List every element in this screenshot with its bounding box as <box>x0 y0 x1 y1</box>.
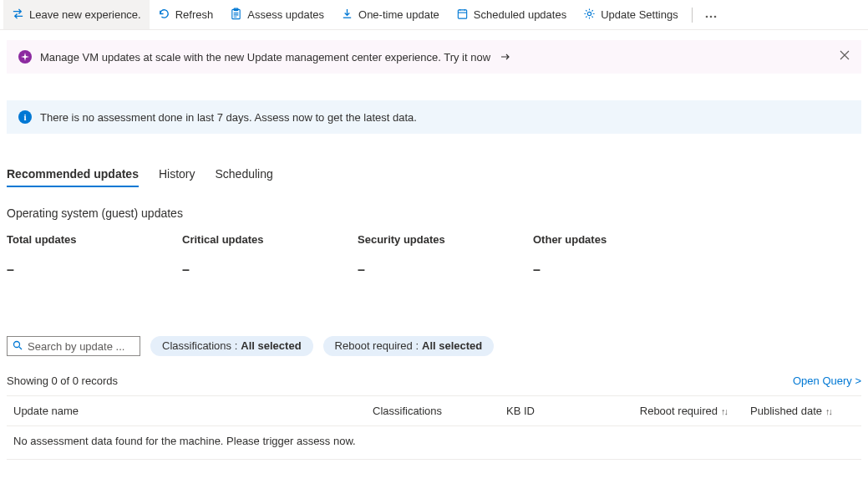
svg-point-6 <box>713 16 716 18</box>
toolbar-label: Update Settings <box>601 8 678 21</box>
records-summary: Showing 0 of 0 records Open Query > <box>7 374 861 387</box>
records-showing: Showing 0 of 0 records <box>7 374 118 387</box>
col-classifications[interactable]: Classifications <box>366 405 500 417</box>
toolbar-separator <box>692 8 693 23</box>
clipboard-icon <box>230 8 242 23</box>
reboot-required-filter[interactable]: Reboot required : All selected <box>323 336 495 356</box>
gear-icon <box>583 8 596 23</box>
pill-value: All selected <box>241 336 301 356</box>
info-text: There is no assessment done in last 7 da… <box>40 111 417 124</box>
stat-security: Security updates – <box>358 233 533 278</box>
one-time-update-button[interactable]: One-time update <box>332 0 448 29</box>
col-kb-id[interactable]: KB ID <box>500 405 617 417</box>
stat-other: Other updates – <box>533 233 708 278</box>
svg-point-5 <box>709 16 712 18</box>
svg-point-4 <box>705 16 708 18</box>
download-icon <box>341 8 353 23</box>
calendar-icon <box>456 8 469 23</box>
stat-label: Other updates <box>533 233 708 246</box>
toolbar-label: Refresh <box>175 8 214 21</box>
scheduled-updates-button[interactable]: Scheduled updates <box>448 0 575 29</box>
swap-icon <box>12 8 24 23</box>
promo-banner: Manage VM updates at scale with the new … <box>7 40 861 74</box>
classifications-filter[interactable]: Classifications : All selected <box>150 336 313 356</box>
table-empty-row: No assessment data found for the machine… <box>7 426 861 460</box>
filter-row: Classifications : All selected Reboot re… <box>7 336 861 356</box>
toolbar-label: One-time update <box>358 8 439 21</box>
table-header: Update name Classifications KB ID Reboot… <box>7 395 861 426</box>
stat-label: Total updates <box>7 233 182 246</box>
open-query-link[interactable]: Open Query > <box>793 374 861 387</box>
toolbar-label: Assess updates <box>247 8 324 21</box>
stat-total: Total updates – <box>7 233 182 278</box>
toolbar-label: Scheduled updates <box>474 8 566 21</box>
close-banner-button[interactable] <box>840 50 850 63</box>
col-reboot-required[interactable]: Reboot required ↑↓ <box>617 405 733 417</box>
search-icon <box>13 340 23 353</box>
refresh-button[interactable]: Refresh <box>150 0 222 29</box>
section-heading: Operating system (guest) updates <box>7 206 861 220</box>
stat-critical: Critical updates – <box>182 233 358 278</box>
sort-icon: ↑↓ <box>825 406 831 416</box>
arrow-right-icon[interactable] <box>500 53 510 61</box>
stat-value: – <box>533 262 708 278</box>
tab-recommended[interactable]: Recommended updates <box>7 162 139 187</box>
col-update-name[interactable]: Update name <box>7 405 366 417</box>
pill-label: Reboot required : <box>335 336 419 356</box>
more-icon <box>705 8 717 21</box>
stat-label: Critical updates <box>182 233 358 246</box>
toolbar-label: Leave new experience. <box>29 8 141 21</box>
search-input[interactable] <box>7 336 140 356</box>
info-icon: i <box>18 110 32 124</box>
stat-value: – <box>182 262 358 278</box>
stat-value: – <box>7 262 182 278</box>
tab-history[interactable]: History <box>159 162 195 187</box>
command-bar: Leave new experience. Refresh Assess upd… <box>0 0 868 30</box>
svg-point-7 <box>14 341 20 347</box>
promo-text: Manage VM updates at scale with the new … <box>40 51 490 64</box>
stats-row: Total updates – Critical updates – Secur… <box>7 233 861 278</box>
svg-point-3 <box>588 12 591 15</box>
tab-scheduling[interactable]: Scheduling <box>216 162 273 187</box>
search-field[interactable] <box>28 340 135 353</box>
pill-label: Classifications : <box>162 336 237 356</box>
sparkle-icon <box>18 50 32 64</box>
assess-updates-button[interactable]: Assess updates <box>221 0 332 29</box>
stat-label: Security updates <box>358 233 533 246</box>
info-banner: i There is no assessment done in last 7 … <box>7 100 861 134</box>
updates-table: Update name Classifications KB ID Reboot… <box>7 395 861 460</box>
svg-rect-2 <box>458 9 466 18</box>
sort-icon: ↑↓ <box>721 406 727 416</box>
tab-strip: Recommended updates History Scheduling <box>7 162 861 188</box>
leave-experience-button[interactable]: Leave new experience. <box>3 0 150 29</box>
pill-value: All selected <box>422 336 482 356</box>
col-published-date[interactable]: Published date ↑↓ <box>733 405 861 417</box>
empty-message: No assessment data found for the machine… <box>13 435 356 447</box>
update-settings-button[interactable]: Update Settings <box>575 0 687 29</box>
refresh-icon <box>158 8 170 23</box>
stat-value: – <box>358 262 533 278</box>
overflow-button[interactable] <box>698 0 724 29</box>
